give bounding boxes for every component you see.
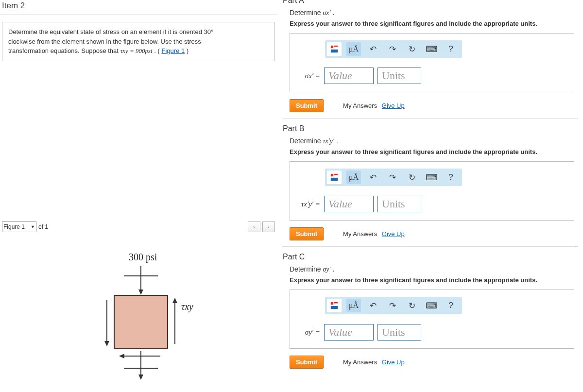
toolbar: μÅ ↶ ↷ ↻ ⌨ ? [325, 169, 462, 186]
keyboard-icon[interactable]: ⌨ [424, 170, 439, 184]
undo-icon[interactable]: ↶ [366, 170, 380, 184]
det-end: . [331, 265, 335, 273]
part-b-instr: Express your answer to three significant… [290, 148, 578, 155]
my-answers-label: My Answers [343, 358, 377, 366]
give-up-link[interactable]: Give Up [382, 230, 405, 238]
problem-statement: Determine the equivalent state of stress… [2, 22, 275, 61]
figure-link[interactable]: Figure 1 [162, 47, 185, 54]
submit-button[interactable]: Submit [290, 227, 324, 240]
svg-marker-2 [138, 290, 143, 295]
help-icon[interactable]: ? [444, 299, 458, 312]
units-input[interactable]: Units [377, 324, 421, 341]
value-input[interactable]: Value [324, 324, 374, 341]
redo-icon[interactable]: ↷ [385, 42, 400, 56]
answer-links: My Answers Give Up [343, 358, 405, 366]
part-c-heading: Part C [283, 253, 578, 261]
redo-icon[interactable]: ↷ [385, 170, 400, 184]
help-icon[interactable]: ? [444, 42, 458, 56]
problem-line3a: transformation equations. Suppose that [8, 47, 120, 54]
part-a-determine: Determine σx′ . [290, 9, 578, 17]
eq-label: σx′ = [296, 72, 320, 80]
keyboard-icon[interactable]: ⌨ [424, 42, 439, 56]
keyboard-icon[interactable]: ⌨ [424, 299, 439, 312]
det-symbol: σx′ [323, 9, 330, 17]
units-input[interactable]: Units [377, 68, 421, 84]
svg-rect-14 [334, 46, 338, 47]
give-up-link[interactable]: Give Up [382, 102, 405, 109]
svg-marker-8 [104, 341, 109, 346]
part-b-determine: Determine τx′y′ . [290, 137, 578, 145]
units-icon[interactable]: μÅ [346, 299, 361, 312]
units-icon[interactable]: μÅ [346, 42, 361, 56]
part-a-instr: Express your answer to three significant… [290, 20, 578, 27]
svg-rect-15 [331, 50, 338, 52]
part-c: Part C Determine σy′ . Express your answ… [283, 253, 578, 375]
det-symbol: τx′y′ [323, 137, 334, 145]
svg-rect-0 [114, 295, 168, 349]
my-answers-label: My Answers [343, 230, 377, 238]
item-title: Item 2 [0, 0, 277, 15]
part-c-answer-box: μÅ ↶ ↷ ↻ ⌨ ? σy′ = Value Units [290, 290, 574, 349]
eq-label: τx′y′ = [296, 200, 320, 208]
text-close: ) [187, 47, 189, 54]
template-icon[interactable] [327, 42, 342, 56]
svg-marker-5 [138, 375, 143, 380]
template-icon[interactable] [327, 299, 342, 312]
svg-marker-12 [119, 354, 124, 358]
part-b-answer-box: μÅ ↶ ↷ ↻ ⌨ ? τx′y′ = Value Units [290, 161, 574, 221]
svg-rect-17 [334, 174, 338, 175]
template-icon[interactable] [327, 170, 342, 184]
text-period: . ( [154, 47, 160, 54]
answer-links: My Answers Give Up [343, 230, 405, 238]
help-icon[interactable]: ? [444, 170, 458, 184]
det-text: Determine [290, 137, 323, 145]
figure-select[interactable]: Figure 1 ▼ [2, 222, 36, 232]
det-symbol: σy′ [323, 266, 330, 273]
det-end: . [331, 9, 335, 17]
give-up-link[interactable]: Give Up [382, 358, 405, 366]
eq-label: σy′ = [296, 328, 320, 337]
figure-area: 300 psi τxy [0, 237, 277, 388]
units-input[interactable]: Units [377, 196, 421, 212]
part-a-heading: Part A [283, 0, 578, 5]
figure-prev-button[interactable]: ‹ [248, 222, 260, 232]
stress-diagram: 300 psi τxy [66, 247, 211, 388]
problem-line2: clockwise from the element shown in the … [8, 38, 203, 45]
svg-rect-21 [331, 306, 338, 309]
redo-icon[interactable]: ↷ [385, 299, 400, 312]
det-text: Determine [290, 265, 323, 273]
figure-next-button[interactable]: › [262, 222, 275, 232]
tau-label: τxy [181, 301, 193, 312]
reset-icon[interactable]: ↻ [405, 42, 419, 56]
my-answers-label: My Answers [343, 102, 377, 109]
toolbar: μÅ ↶ ↷ ↻ ⌨ ? [325, 297, 462, 314]
problem-line1: Determine the equivalent state of stress… [8, 28, 213, 35]
part-b: Part B Determine τx′y′ . Express your an… [283, 124, 578, 247]
stress-label: 300 psi [129, 252, 157, 263]
reset-icon[interactable]: ↻ [405, 299, 419, 312]
part-c-instr: Express your answer to three significant… [290, 276, 578, 284]
value-input[interactable]: Value [324, 68, 374, 84]
submit-button[interactable]: Submit [290, 356, 324, 369]
svg-marker-10 [172, 298, 177, 303]
answer-links: My Answers Give Up [343, 102, 405, 109]
det-text: Determine [290, 9, 323, 17]
units-icon[interactable]: μÅ [346, 170, 361, 184]
value-input[interactable]: Value [324, 196, 374, 212]
figure-select-label: Figure 1 [3, 223, 25, 230]
det-end: . [334, 137, 338, 145]
part-a-answer-box: μÅ ↶ ↷ ↻ ⌨ ? σx′ = Value Units [290, 33, 574, 92]
svg-rect-20 [334, 302, 338, 304]
svg-rect-19 [331, 302, 333, 305]
toolbar: μÅ ↶ ↷ ↻ ⌨ ? [325, 40, 462, 58]
svg-rect-16 [331, 174, 333, 176]
svg-rect-13 [331, 46, 333, 48]
figure-count: of 1 [38, 223, 48, 230]
undo-icon[interactable]: ↶ [366, 299, 380, 312]
undo-icon[interactable]: ↶ [366, 42, 380, 56]
reset-icon[interactable]: ↻ [405, 170, 419, 184]
part-b-heading: Part B [283, 124, 578, 133]
part-c-determine: Determine σy′ . [290, 265, 578, 273]
submit-button[interactable]: Submit [290, 99, 324, 112]
chevron-down-icon: ▼ [31, 224, 35, 229]
